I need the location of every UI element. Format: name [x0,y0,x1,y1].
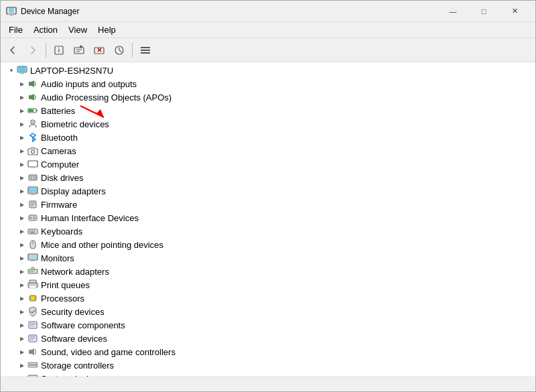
tree-item-keyboards[interactable]: ▶Keyboards [14,224,535,238]
maximize-button[interactable]: □ [468,1,499,22]
print-icon [27,279,38,290]
expand-arrow-batteries: ▶ [17,105,27,116]
tree-item-hid[interactable]: ▶Human Interface Devices [14,211,535,224]
expand-arrow-security: ▶ [17,306,27,317]
tree-label-batteries: Batteries [41,106,75,116]
expand-arrow-sound: ▶ [17,346,27,357]
tree-item-sound[interactable]: ▶Sound, video and game controllers [14,345,535,358]
tree-item-sw-components[interactable]: ▶Software components [14,318,535,332]
storage-icon [27,360,38,371]
tree-item-storage[interactable]: ▶Storage controllers [14,358,535,372]
svg-rect-18 [29,95,31,99]
svg-rect-38 [31,204,35,204]
tree-label-bluetooth: Bluetooth [41,133,78,143]
svg-rect-45 [31,231,33,232]
device-manager-window: Device Manager — □ ✕ File Action View He… [0,0,536,392]
tree-label-audio-apo: Audio Processing Objects (APOs) [41,92,172,103]
tree-label-keyboards: Keyboards [41,226,82,237]
svg-marker-77 [31,348,34,355]
tree-item-network[interactable]: ▶Network adapters [14,265,535,278]
computer-icon [27,159,38,170]
tree-item-display[interactable]: ▶Display adapters [14,184,535,198]
svg-rect-9 [141,47,150,48]
tree-item-processors[interactable]: ▶Processors [14,291,535,305]
svg-rect-21 [29,109,34,112]
svg-point-54 [31,271,33,272]
scan-hardware-button[interactable] [110,41,129,60]
expand-arrow-keyboards: ▶ [17,226,27,237]
svg-point-26 [31,150,35,153]
tree-label-firmware: Firmware [41,200,77,210]
tree-item-audio-io[interactable]: ▶Audio inputs and outputs [14,77,535,90]
audio-icon [27,92,38,103]
menu-view[interactable]: View [63,23,92,36]
svg-rect-74 [30,338,36,338]
tree-label-mice: Mice and other pointing devices [41,240,163,250]
tree-item-system[interactable]: ▶System devices [14,372,535,377]
tree-item-firmware[interactable]: ▶Firmware [14,198,535,211]
tree-item-batteries[interactable]: ▶Batteries [14,104,535,117]
view-button[interactable] [136,41,155,60]
update-driver-button[interactable] [70,41,88,60]
svg-rect-34 [29,188,37,193]
tree-item-biometric[interactable]: ▶Biometric devices [14,117,535,131]
svg-rect-31 [30,176,32,179]
menu-action[interactable]: Action [28,23,63,36]
toolbar-separator-1 [46,43,46,58]
tree-item-mice[interactable]: ▶Mice and other pointing devices [14,238,535,251]
tree-item-computer[interactable]: ▶Computer [14,157,535,171]
svg-rect-30 [29,175,37,180]
tree-label-cameras: Cameras [41,146,76,156]
tree-label-computer: Computer [41,159,79,170]
tree-item-audio-apo[interactable]: ▶Audio Processing Objects (APOs) [14,90,535,104]
back-button[interactable] [3,41,22,60]
menu-help[interactable]: Help [92,23,121,36]
svg-rect-70 [30,324,36,325]
tree-item-bluetooth[interactable]: ▶Bluetooth [14,131,535,144]
svg-rect-39 [31,205,34,206]
tree-item-monitors[interactable]: ▶Monitors [14,251,535,265]
window-title: Device Manager [21,7,438,16]
svg-rect-76 [29,350,31,354]
tree-view[interactable]: ▼ LAPTOP-ESH2SN7U ▶Audio inputs and outp… [1,62,535,377]
forward-button[interactable] [23,41,42,60]
sound-icon [27,346,38,357]
svg-rect-71 [30,326,34,326]
tree-label-biometric: Biometric devices [41,119,109,129]
tree-label-sw-devices: Software devices [41,334,107,344]
network-icon [27,266,38,277]
expand-arrow-computer: ▶ [17,159,27,170]
tree-item-security[interactable]: ▶Security devices [14,305,535,318]
svg-rect-15 [19,72,25,73]
svg-rect-43 [28,229,38,234]
audio-icon [27,78,38,89]
expand-arrow-disk-drives: ▶ [17,172,27,183]
tree-item-sw-devices[interactable]: ▶Software devices [14,332,535,345]
camera-icon [27,145,38,156]
svg-rect-42 [33,216,36,219]
expand-arrow-hid: ▶ [17,212,27,223]
svg-rect-25 [28,149,38,155]
tree-item-cameras[interactable]: ▶Cameras [14,144,535,157]
svg-rect-28 [30,168,36,168]
tree-item-disk-drives[interactable]: ▶Disk drives [14,171,535,184]
svg-rect-29 [29,167,36,168]
svg-rect-69 [30,323,36,324]
computer-root-icon [17,65,27,76]
close-button[interactable]: ✕ [499,1,530,22]
svg-rect-3 [8,14,15,15]
disk-icon [27,172,38,183]
svg-rect-22 [36,110,38,111]
svg-rect-46 [34,231,35,232]
tree-root-item[interactable]: ▼ LAPTOP-ESH2SN7U [3,64,535,77]
properties-button[interactable]: i [50,41,68,60]
tree-item-print[interactable]: ▶Print queues [14,278,535,291]
svg-rect-59 [29,285,36,288]
uninstall-button[interactable] [90,41,109,60]
tree-label-sound: Sound, video and game controllers [41,347,176,357]
menu-file[interactable]: File [3,23,28,36]
monitor-icon [27,253,38,263]
expand-arrow-monitors: ▶ [17,253,27,263]
toolbar-separator-2 [132,43,133,58]
minimize-button[interactable]: — [438,1,468,22]
